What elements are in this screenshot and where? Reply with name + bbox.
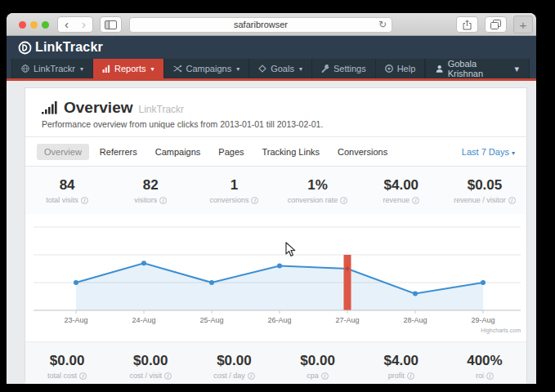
stat-cost-visit: $0.00 cost / visiti <box>109 353 192 380</box>
info-icon[interactable]: i <box>248 372 255 380</box>
tab-tracking-links[interactable]: Tracking Links <box>255 144 328 160</box>
caret-down-icon: ▾ <box>299 65 302 73</box>
stat-value: $0.00 <box>25 353 109 369</box>
stat-value: 82 <box>109 177 192 194</box>
nav-label: Help <box>397 64 416 74</box>
wrench-icon <box>321 65 329 73</box>
svg-text:Highcharts.com: Highcharts.com <box>481 327 521 334</box>
user-menu[interactable]: Gobala Krishnan ▾ <box>425 59 530 78</box>
user-icon <box>436 65 443 73</box>
stat-value: $0.00 <box>192 353 275 369</box>
forward-button[interactable]: › <box>75 17 92 32</box>
info-icon[interactable]: i <box>407 372 414 380</box>
tab-campaigns[interactable]: Campaigns <box>148 144 208 160</box>
info-icon[interactable]: i <box>486 372 494 380</box>
zoom-window-button[interactable] <box>42 21 49 29</box>
nav-item-goals[interactable]: Goals ▾ <box>249 59 312 78</box>
report-tabs: Overview Referrers Campaigns Pages Track… <box>25 137 526 167</box>
shuffle-icon <box>173 65 182 73</box>
stats-row-bottom: $0.00 total costi $0.00 cost / visiti $0… <box>25 341 526 384</box>
stat-value: $4.00 <box>360 177 443 194</box>
share-button[interactable] <box>456 16 478 33</box>
stat-value: $4.00 <box>360 353 443 369</box>
stat-label: conversion rate <box>288 196 338 204</box>
nav-item-settings[interactable]: Settings <box>312 59 376 78</box>
main-navbar: LinkTrackr ▾ Reports ▾ Campaigns ▾ <box>7 59 536 81</box>
tab-overview[interactable]: Overview <box>37 144 89 160</box>
page-subtitle: Performance overview from unique clicks … <box>42 119 510 129</box>
caret-down-icon: ▾ <box>150 65 154 73</box>
screenshot-frame: ‹ › safaribrowser ↻ <box>0 0 555 392</box>
overview-card: Overview LinkTrackr Performance overview… <box>25 87 527 381</box>
url-text: safaribrowser <box>234 20 288 29</box>
info-icon[interactable]: i <box>79 372 87 380</box>
back-button[interactable]: ‹ <box>58 17 75 32</box>
stat-value: $0.00 <box>276 353 360 369</box>
svg-text:26-Aug: 26-Aug <box>267 316 291 324</box>
svg-text:24-Aug: 24-Aug <box>132 316 155 324</box>
info-icon[interactable]: i <box>81 197 88 204</box>
globe-icon <box>21 65 29 73</box>
share-icon <box>463 20 472 30</box>
caret-down-icon: ▾ <box>236 65 239 73</box>
new-tab-button[interactable]: + <box>513 16 533 33</box>
mouse-cursor <box>285 242 296 257</box>
nav-label: Settings <box>333 64 366 74</box>
nav-item-linktrackr[interactable]: LinkTrackr ▾ <box>11 59 93 78</box>
nav-label: Campaigns <box>186 64 232 74</box>
nav-item-reports[interactable]: Reports ▾ <box>93 59 164 78</box>
stat-conversions: 1 conversionsi <box>192 177 275 204</box>
sidebar-toggle-button[interactable] <box>100 16 122 33</box>
stat-value: 400% <box>443 353 526 369</box>
info-icon[interactable]: i <box>412 197 419 204</box>
url-field[interactable]: safaribrowser ↻ <box>129 17 392 33</box>
bar-chart-icon <box>102 65 110 73</box>
info-icon[interactable]: i <box>159 197 167 204</box>
app-logo[interactable]: LinkTrackr <box>18 40 103 55</box>
tab-referrers[interactable]: Referrers <box>92 144 145 160</box>
visits-chart: 23-Aug24-Aug25-Aug26-Aug27-Aug28-Aug29-A… <box>25 214 526 336</box>
page-header: Overview LinkTrackr Performance overview… <box>25 88 526 137</box>
page-title-suffix: LinkTrackr <box>139 104 185 115</box>
stat-value: 1% <box>276 177 360 194</box>
visits-chart-svg: 23-Aug24-Aug25-Aug26-Aug27-Aug28-Aug29-A… <box>25 214 528 336</box>
tab-conversions[interactable]: Conversions <box>330 144 395 160</box>
info-icon[interactable]: i <box>164 372 172 380</box>
stat-label: total visits <box>46 196 78 204</box>
stats-row-top: 84 total visitsi 82 visitorsi 1 conversi… <box>25 167 526 214</box>
stat-value: $0.05 <box>443 177 526 194</box>
reload-icon[interactable]: ↻ <box>378 19 387 30</box>
stat-value: 84 <box>25 177 109 194</box>
stat-label: conversions <box>209 196 248 204</box>
browser-window: ‹ › safaribrowser ↻ <box>7 13 536 384</box>
nav-item-help[interactable]: Help <box>376 59 426 78</box>
date-range-label: Last 7 Days <box>462 147 509 157</box>
stat-revenue-visitor: $0.05 revenue / visitori <box>443 177 526 204</box>
nav-label: LinkTrackr <box>34 64 75 74</box>
stat-roi: 400% roii <box>443 353 526 380</box>
stat-label: roi <box>476 372 484 380</box>
close-window-button[interactable] <box>19 21 26 29</box>
svg-text:27-Aug: 27-Aug <box>335 316 359 324</box>
info-icon[interactable]: i <box>340 197 347 204</box>
tab-pages[interactable]: Pages <box>211 144 251 160</box>
app-header: LinkTrackr <box>7 36 536 59</box>
caret-down-icon: ▾ <box>80 65 83 73</box>
stat-conversion-rate: 1% conversion ratei <box>276 177 360 204</box>
show-tabs-button[interactable] <box>485 16 507 33</box>
nav-item-campaigns[interactable]: Campaigns ▾ <box>164 59 250 78</box>
diamond-icon <box>258 65 266 73</box>
info-icon[interactable]: i <box>508 197 516 204</box>
stat-label: revenue / visitor <box>454 196 506 204</box>
info-icon[interactable]: i <box>321 372 329 380</box>
tabs-overview-icon <box>490 20 501 29</box>
svg-text:23-Aug: 23-Aug <box>64 316 87 324</box>
stat-revenue: $4.00 revenuei <box>360 177 443 204</box>
stat-value: 1 <box>192 177 275 194</box>
title-chart-icon <box>42 101 58 114</box>
nav-label: Goals <box>271 64 294 74</box>
info-icon[interactable]: i <box>251 197 258 204</box>
minimize-window-button[interactable] <box>30 21 38 29</box>
date-range-dropdown[interactable]: Last 7 Days ▾ <box>462 147 515 157</box>
plus-icon: + <box>520 18 527 32</box>
